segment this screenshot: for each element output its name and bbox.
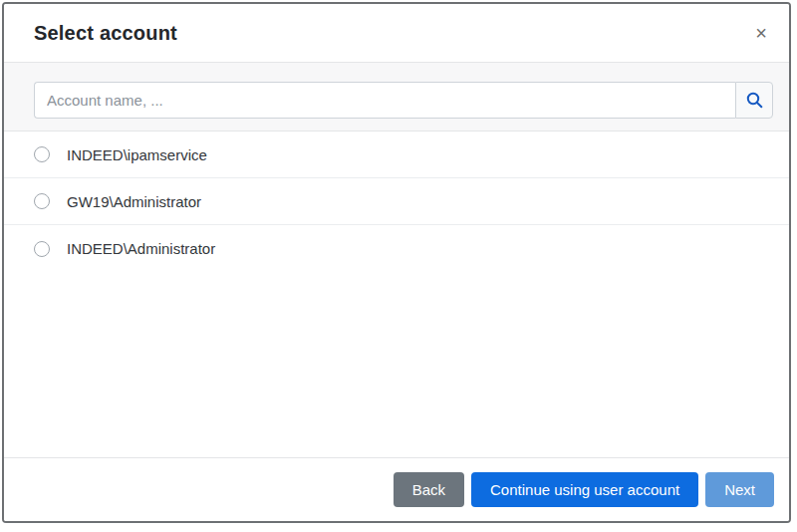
search-input[interactable] xyxy=(34,82,735,119)
search-input-group xyxy=(34,82,773,119)
account-row[interactable]: GW19\Administrator xyxy=(4,178,789,225)
close-icon: × xyxy=(755,22,767,44)
account-label: GW19\Administrator xyxy=(67,193,201,210)
account-label: INDEED\Administrator xyxy=(67,240,215,257)
account-list: INDEED\ipamservice GW19\Administrator IN… xyxy=(4,132,789,457)
search-section xyxy=(4,62,789,132)
account-label: INDEED\ipamservice xyxy=(67,146,207,163)
account-row[interactable]: INDEED\ipamservice xyxy=(4,132,789,178)
search-icon xyxy=(746,92,763,109)
search-button[interactable] xyxy=(735,82,773,119)
close-button[interactable]: × xyxy=(753,23,769,43)
radio-button[interactable] xyxy=(34,146,50,162)
back-button[interactable]: Back xyxy=(394,472,464,507)
dialog-header: Select account × xyxy=(4,4,789,62)
next-button[interactable]: Next xyxy=(705,472,774,507)
select-account-dialog: Select account × INDEED\ipamservice GW19… xyxy=(2,2,791,523)
dialog-title: Select account xyxy=(34,22,177,45)
radio-button[interactable] xyxy=(34,241,50,257)
account-row[interactable]: INDEED\Administrator xyxy=(4,225,789,272)
continue-user-account-button[interactable]: Continue using user account xyxy=(471,472,698,507)
dialog-footer: Back Continue using user account Next xyxy=(4,457,789,521)
radio-button[interactable] xyxy=(34,193,50,209)
